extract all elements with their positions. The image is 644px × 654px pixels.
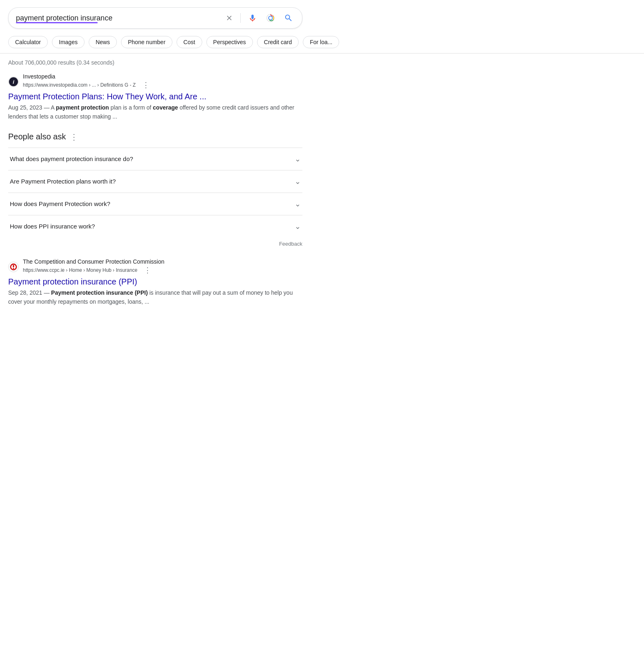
paa-question: What does payment protection insurance d… (10, 155, 133, 162)
svg-point-1 (268, 16, 272, 20)
source-url: https://www.investopedia.com › ... › Def… (23, 80, 152, 90)
results-count: About 706,000,000 results (0.34 seconds) (8, 59, 302, 66)
chip-label: For loa... (310, 39, 332, 45)
source-info: The Competition and Consumer Protection … (23, 258, 164, 275)
result-options-button[interactable]: ⋮ (141, 265, 154, 275)
search-submit-button[interactable] (282, 12, 295, 24)
paa-menu-icon[interactable]: ⋮ (70, 132, 78, 142)
chip-credit-card[interactable]: Credit card (257, 36, 299, 48)
chevron-down-icon: ⌄ (295, 199, 301, 208)
ccpc-logo-icon (9, 262, 18, 271)
search-input[interactable]: payment protection insurance (16, 14, 220, 22)
paa-item-1[interactable]: What does payment protection insurance d… (8, 148, 302, 170)
feedback-button[interactable]: Feedback (279, 241, 302, 247)
chip-news[interactable]: News (89, 36, 117, 48)
result-source-row: i Investopedia https://www.investopedia.… (8, 73, 302, 90)
chip-cost[interactable]: Cost (177, 36, 202, 48)
feedback-row: Feedback (8, 237, 302, 250)
search-bar[interactable]: payment protection insurance (8, 7, 302, 29)
paa-title: People also ask (8, 132, 66, 141)
chevron-down-icon: ⌄ (295, 155, 301, 164)
svg-rect-4 (13, 265, 14, 267)
chip-label: News (96, 39, 110, 45)
source-name: The Competition and Consumer Protection … (23, 258, 164, 265)
paa-item-4[interactable]: How does PPI insurance work? ⌄ (8, 215, 302, 237)
chip-label: Credit card (264, 39, 292, 45)
search-query-text: payment protection insurance (16, 14, 112, 22)
search-icon (284, 13, 293, 22)
mic-icon (248, 13, 257, 22)
paa-header: People also ask ⋮ (8, 132, 302, 142)
search-underline (16, 22, 98, 23)
people-also-ask-section: People also ask ⋮ What does payment prot… (8, 132, 302, 250)
chip-label: Perspectives (213, 39, 246, 45)
result-date: Sep 28, 2021 (8, 289, 42, 296)
result-snippet: Sep 28, 2021 — Payment protection insura… (8, 288, 302, 307)
source-name: Investopedia (23, 73, 152, 80)
results-container: About 706,000,000 results (0.34 seconds)… (0, 54, 311, 307)
result-snippet: Aug 25, 2023 — A payment protection plan… (8, 103, 302, 121)
paa-question: How does PPI insurance work? (10, 223, 95, 230)
result-options-button[interactable]: ⋮ (140, 80, 152, 90)
chip-label: Cost (183, 39, 195, 45)
camera-icon (266, 13, 275, 22)
chip-images[interactable]: Images (52, 36, 85, 48)
chip-phone-number[interactable]: Phone number (121, 36, 172, 48)
search-result-1: i Investopedia https://www.investopedia.… (8, 73, 302, 121)
paa-question: How does Payment Protection work? (10, 200, 110, 207)
chip-calculator[interactable]: Calculator (8, 36, 48, 48)
result-title-link[interactable]: Payment Protection Plans: How They Work,… (8, 92, 302, 101)
close-icon (226, 14, 233, 22)
paa-question: Are Payment Protection plans worth it? (10, 178, 116, 185)
source-url: https://www.ccpc.ie › Home › Money Hub ›… (23, 265, 164, 275)
chip-for-loans[interactable]: For loa... (303, 36, 339, 48)
result-title-link[interactable]: Payment protection insurance (PPI) (8, 277, 302, 287)
voice-search-button[interactable] (246, 12, 259, 24)
chip-label: Images (59, 39, 78, 45)
chip-perspectives[interactable]: Perspectives (206, 36, 253, 48)
clear-button[interactable] (224, 13, 235, 23)
search-icon-group (224, 12, 295, 24)
lens-search-button[interactable] (264, 12, 277, 24)
chip-label: Phone number (128, 39, 165, 45)
chips-container: Calculator Images News Phone number Cost… (0, 33, 644, 54)
paa-item-3[interactable]: How does Payment Protection work? ⌄ (8, 193, 302, 215)
source-info: Investopedia https://www.investopedia.co… (23, 73, 152, 90)
divider (240, 13, 241, 23)
search-result-2: The Competition and Consumer Protection … (8, 258, 302, 307)
result-source-row: The Competition and Consumer Protection … (8, 258, 302, 275)
result-date: Aug 25, 2023 (8, 104, 42, 111)
paa-item-2[interactable]: Are Payment Protection plans worth it? ⌄ (8, 170, 302, 193)
chevron-down-icon: ⌄ (295, 222, 301, 231)
svg-point-5 (13, 268, 14, 269)
chip-label: Calculator (15, 39, 41, 45)
search-bar-container: payment protection insurance (0, 0, 644, 33)
favicon-investopedia: i (8, 76, 19, 87)
chevron-down-icon: ⌄ (295, 177, 301, 186)
favicon-ccpc (8, 262, 19, 272)
